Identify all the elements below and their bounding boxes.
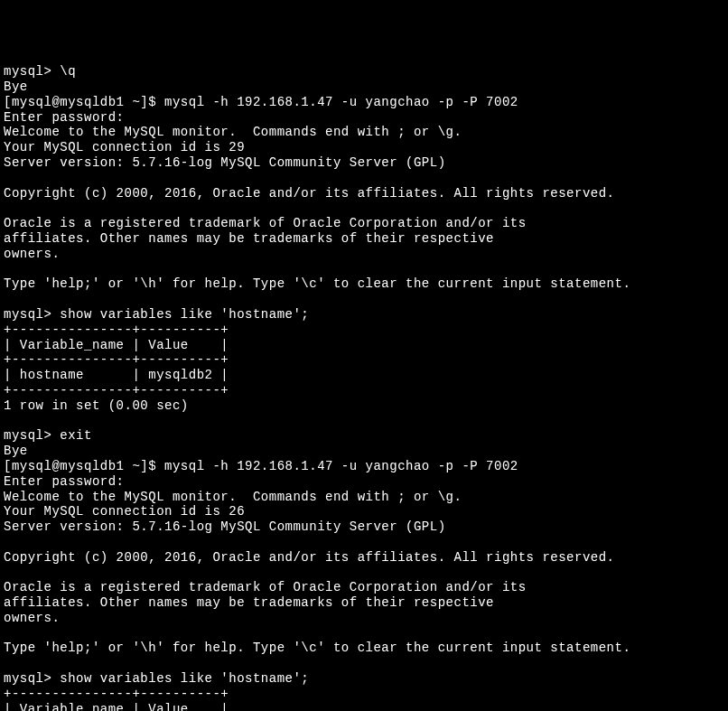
terminal-output[interactable]: mysql> \q Bye [mysql@mysqldb1 ~]$ mysql … (4, 64, 724, 711)
